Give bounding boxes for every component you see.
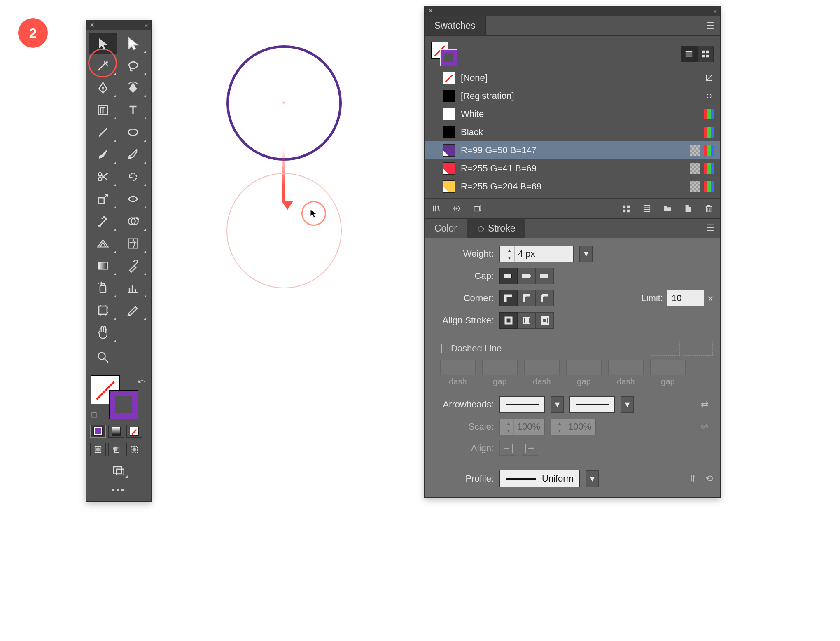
- mesh-tool[interactable]: [119, 233, 147, 254]
- swap-arrowheads-button[interactable]: ⇄: [696, 397, 713, 412]
- none-mode-button[interactable]: [126, 425, 142, 438]
- paintbrush-tool[interactable]: [89, 144, 117, 165]
- selection-tool[interactable]: [89, 33, 117, 54]
- blob-brush-tool[interactable]: [119, 144, 147, 165]
- swatches-fill-stroke[interactable]: [431, 42, 461, 66]
- arrowhead-start-dropdown[interactable]: ▾: [551, 396, 564, 413]
- limit-field[interactable]: [667, 290, 704, 306]
- collapse-icon[interactable]: «: [714, 8, 717, 14]
- delete-swatch-button[interactable]: [703, 203, 714, 214]
- stroke-swatch[interactable]: [109, 390, 138, 419]
- dash-align-button[interactable]: [684, 342, 713, 356]
- close-icon[interactable]: ✕: [428, 8, 433, 14]
- cap-projecting-button[interactable]: [536, 268, 554, 284]
- profile-select[interactable]: Uniform: [499, 470, 580, 487]
- cap-round-button[interactable]: [518, 268, 536, 284]
- type-tool[interactable]: [119, 99, 147, 121]
- new-color-group-button[interactable]: [621, 203, 632, 214]
- corner-round-button[interactable]: [518, 290, 536, 306]
- edit-toolbar-button[interactable]: •••: [86, 479, 151, 496]
- dash-gap-input-1[interactable]: [482, 360, 518, 375]
- rotate-tool[interactable]: [119, 166, 147, 187]
- arrowhead-end-dropdown[interactable]: ▾: [621, 396, 634, 413]
- artboard-tool[interactable]: [89, 299, 117, 321]
- arrowhead-end[interactable]: [569, 396, 615, 413]
- draw-inside-button[interactable]: [126, 443, 142, 456]
- swatch-row[interactable]: R=99 G=50 B=147: [425, 141, 720, 159]
- weight-dropdown[interactable]: ▾: [579, 246, 593, 262]
- limit-input[interactable]: [672, 293, 700, 304]
- swatch-libraries-button[interactable]: [430, 203, 442, 214]
- weight-stepper[interactable]: ▴▾: [504, 246, 515, 262]
- panel-menu-icon[interactable]: ☰: [706, 223, 720, 234]
- swap-fill-stroke-icon[interactable]: ⤺: [138, 376, 145, 387]
- weight-field[interactable]: ▴▾ 4 px: [499, 246, 574, 262]
- anchor-tool[interactable]: [89, 211, 117, 232]
- swatch-row[interactable]: [Registration]: [425, 87, 720, 105]
- arrow-align-tip-button[interactable]: |→: [522, 441, 538, 456]
- dash-dash-input-4[interactable]: [608, 360, 644, 375]
- width-tool[interactable]: [119, 188, 147, 210]
- profile-dropdown[interactable]: ▾: [586, 470, 599, 487]
- new-folder-button[interactable]: [662, 203, 673, 214]
- area-type-tool[interactable]: [89, 99, 117, 121]
- tab-stroke[interactable]: ◇ Stroke: [467, 219, 525, 238]
- line-segment-tool[interactable]: [89, 122, 117, 143]
- corner-bevel-button[interactable]: [536, 290, 554, 306]
- curvature-tool[interactable]: [119, 77, 147, 98]
- arrow-scale-end[interactable]: ▴▾ 100%: [551, 419, 596, 435]
- corner-miter-button[interactable]: [499, 290, 518, 306]
- dash-dash-input-0[interactable]: [440, 360, 476, 375]
- new-swatch-button[interactable]: [682, 203, 694, 214]
- perspective-grid-tool[interactable]: [89, 233, 117, 254]
- dash-preserve-button[interactable]: [651, 342, 680, 356]
- swatch-row[interactable]: Black: [425, 123, 720, 141]
- fill-stroke-indicator[interactable]: ⤺ ◻: [89, 375, 149, 420]
- dash-dash-input-2[interactable]: [524, 360, 560, 375]
- dashed-line-checkbox[interactable]: [432, 344, 442, 353]
- show-kinds-button[interactable]: [451, 203, 462, 214]
- gradient-tool[interactable]: [89, 255, 117, 276]
- direct-selection-tool[interactable]: [119, 33, 147, 54]
- dash-gap-input-5[interactable]: [650, 360, 686, 375]
- cap-butt-button[interactable]: [499, 268, 518, 284]
- lasso-tool[interactable]: [119, 55, 147, 76]
- gradient-mode-button[interactable]: [108, 425, 124, 438]
- list-view-button[interactable]: [681, 46, 697, 62]
- arrow-align-extend-button[interactable]: →|: [499, 441, 516, 456]
- symbol-sprayer-tool[interactable]: [89, 277, 117, 299]
- panel-menu-icon[interactable]: ☰: [706, 21, 720, 31]
- close-icon[interactable]: ✕: [89, 22, 95, 28]
- default-fill-stroke-icon[interactable]: ◻: [91, 410, 97, 419]
- link-scale-button[interactable]: [696, 419, 713, 434]
- draw-normal-button[interactable]: [90, 443, 106, 456]
- ellipse-tool[interactable]: [119, 122, 147, 143]
- color-mode-button[interactable]: [90, 425, 106, 438]
- grid-view-button[interactable]: [697, 46, 714, 62]
- align-outside-button[interactable]: [536, 312, 554, 329]
- eyedropper-tool[interactable]: [119, 255, 147, 276]
- arrow-scale-start[interactable]: ▴▾ 100%: [499, 419, 545, 435]
- flip-across-button[interactable]: ⟲: [705, 473, 713, 484]
- swatch-row[interactable]: [None]: [425, 69, 720, 87]
- swatch-row[interactable]: White: [425, 105, 720, 123]
- align-inside-button[interactable]: [518, 312, 536, 329]
- flip-along-button[interactable]: ⥯: [689, 473, 696, 484]
- draw-behind-button[interactable]: [108, 443, 124, 456]
- swatch-options-button[interactable]: [471, 203, 483, 214]
- zoom-tool[interactable]: [89, 346, 117, 368]
- screen-mode-button[interactable]: [108, 463, 129, 479]
- scissors-tool[interactable]: [89, 166, 117, 187]
- swatch-row[interactable]: R=255 G=204 B=69: [425, 178, 720, 196]
- tab-color[interactable]: Color: [425, 219, 467, 238]
- collapse-icon[interactable]: «: [145, 22, 148, 28]
- tab-swatches[interactable]: Swatches: [425, 16, 486, 35]
- swatch-list-button[interactable]: [641, 203, 653, 214]
- align-center-button[interactable]: [499, 312, 518, 329]
- shape-builder-tool[interactable]: [119, 211, 147, 232]
- pen-tool[interactable]: [89, 77, 117, 98]
- arrowhead-start[interactable]: [499, 396, 545, 413]
- dash-gap-input-3[interactable]: [566, 360, 602, 375]
- hand-tool[interactable]: [89, 322, 117, 343]
- artwork-circle[interactable]: ×: [226, 45, 342, 161]
